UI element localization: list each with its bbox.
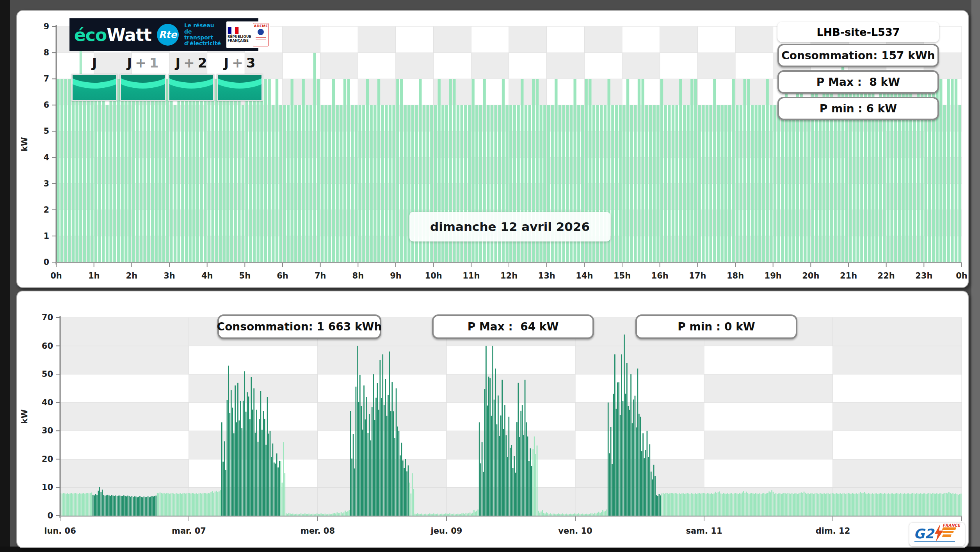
bar [398, 431, 400, 516]
bar [807, 493, 809, 516]
bar [743, 79, 746, 262]
checker-cell [584, 27, 622, 53]
bar [557, 514, 558, 516]
bar [594, 513, 595, 516]
forecast-button-j3[interactable]: J+3 [217, 53, 263, 101]
x-tick-label: jeu. 09 [430, 526, 462, 536]
checker-cell [575, 431, 704, 459]
j-text: J [92, 55, 97, 71]
bar [756, 493, 758, 516]
bar [740, 105, 742, 262]
bar [103, 495, 104, 516]
bar [731, 493, 732, 516]
bar [747, 493, 748, 516]
bar [947, 79, 950, 262]
bar [189, 79, 191, 262]
forecast-button-j2[interactable]: J+2 [168, 53, 214, 101]
bar [724, 493, 726, 516]
bar [895, 493, 896, 516]
j-text: J [176, 55, 181, 71]
bar [222, 462, 224, 516]
bar [181, 494, 182, 516]
bar [887, 494, 888, 516]
checker-cell [575, 403, 704, 431]
bar [459, 514, 460, 516]
bar [427, 514, 428, 516]
bar [652, 479, 653, 516]
bar [563, 514, 564, 516]
bar [244, 371, 245, 516]
bar [128, 79, 131, 262]
bar [826, 493, 827, 516]
checker-cell [60, 374, 189, 403]
bar [486, 346, 487, 516]
bar [173, 493, 174, 516]
bar [759, 493, 760, 516]
plus-text: + [135, 55, 146, 71]
bar [408, 465, 409, 516]
bar [630, 374, 631, 516]
screen-edge-left [0, 0, 10, 552]
bar [222, 79, 225, 262]
bar [585, 514, 586, 516]
forecast-button-j2-label: J+2 [168, 53, 214, 73]
bar [912, 493, 913, 516]
bar [774, 494, 775, 516]
checker-cell [189, 374, 318, 403]
bar [788, 105, 791, 262]
bar [413, 489, 414, 516]
date-label: dimanche 12 avril 2026 [409, 212, 610, 241]
bar [770, 105, 772, 262]
bar [339, 513, 340, 516]
bar [170, 493, 171, 516]
bar [361, 406, 362, 516]
bar [400, 79, 403, 262]
bar [287, 105, 290, 262]
bar [334, 513, 335, 516]
bar [194, 494, 196, 516]
bar [786, 494, 787, 516]
bar [204, 79, 206, 262]
bar [683, 105, 686, 262]
bar [571, 514, 573, 516]
daily-pmin-badge: P min : 6 kW [777, 97, 939, 120]
bar [547, 513, 548, 516]
bar [76, 493, 78, 516]
bar [121, 79, 123, 262]
checker-cell [584, 53, 622, 79]
bar [113, 79, 116, 262]
forecast-button-j[interactable]: J [71, 53, 117, 101]
bar [618, 382, 619, 516]
bar [928, 493, 929, 516]
bar [162, 79, 165, 262]
bar [841, 494, 842, 516]
bar [204, 493, 205, 516]
bar [916, 493, 917, 516]
forecast-button-j1[interactable]: J+1 [120, 53, 166, 101]
ademe-logo: ADEME [253, 23, 269, 46]
bar [166, 79, 169, 262]
bar [357, 346, 358, 516]
bar [491, 416, 492, 516]
bar [880, 493, 881, 516]
bar [418, 514, 420, 516]
bar [620, 415, 621, 516]
bar [210, 492, 212, 516]
bar [690, 79, 693, 262]
bar [317, 513, 318, 516]
bar [139, 496, 141, 516]
bar [519, 437, 520, 516]
bar [515, 473, 516, 516]
bar [327, 514, 328, 516]
bar [164, 493, 165, 516]
bar [385, 379, 386, 516]
bar [508, 417, 509, 516]
bar [778, 493, 779, 516]
bar [641, 79, 644, 262]
bar [264, 79, 267, 262]
bar [672, 493, 673, 516]
bar [703, 493, 704, 516]
bar [347, 79, 350, 262]
checker-cell [358, 27, 396, 53]
checker-cell [358, 53, 396, 79]
